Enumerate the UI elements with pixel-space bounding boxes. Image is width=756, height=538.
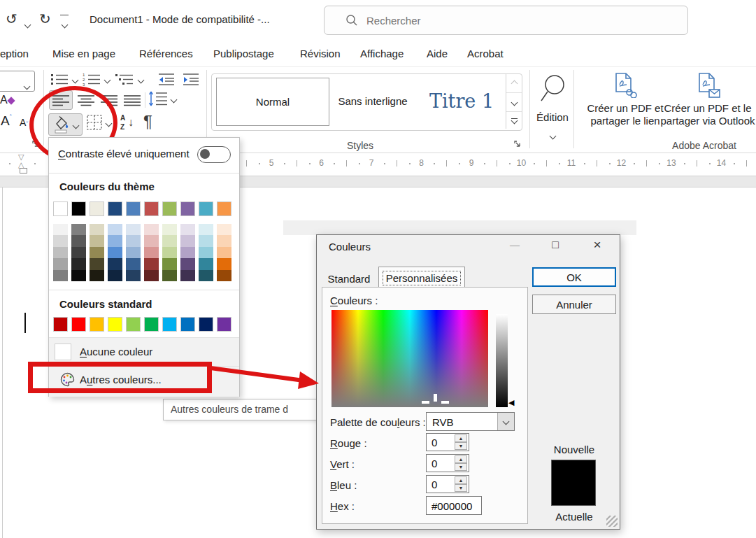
tint-swatch[interactable] xyxy=(217,270,231,281)
tint-swatch[interactable] xyxy=(180,235,195,246)
tint-swatch[interactable] xyxy=(71,235,86,246)
tint-swatch[interactable] xyxy=(199,224,213,235)
dialog-titlebar[interactable]: Couleurs — □ × xyxy=(317,235,620,256)
bleu-spin-up-button[interactable]: ▲ xyxy=(455,476,467,484)
left-indent-marker[interactable] xyxy=(20,168,27,174)
tint-swatch[interactable] xyxy=(144,258,159,269)
style-sans-interligne[interactable]: Sans interligne xyxy=(329,78,416,125)
line-spacing-button[interactable] xyxy=(148,90,176,107)
standard-color-swatch[interactable] xyxy=(126,317,141,332)
tint-swatch[interactable] xyxy=(144,235,159,246)
vert-spinbox[interactable]: 0 ▲ ▼ xyxy=(426,454,469,472)
theme-color-swatch[interactable] xyxy=(90,201,104,216)
tint-swatch[interactable] xyxy=(71,258,86,269)
styles-dialog-launcher[interactable] xyxy=(513,140,522,148)
tint-swatch[interactable] xyxy=(162,235,177,246)
tab-revision[interactable]: Révision xyxy=(300,48,341,59)
vert-spin-down-button[interactable]: ▼ xyxy=(455,463,467,471)
vert-spin-up-button[interactable]: ▲ xyxy=(455,455,467,463)
tint-swatch[interactable] xyxy=(53,258,68,269)
standard-color-swatch[interactable] xyxy=(199,317,213,332)
tint-swatch[interactable] xyxy=(53,224,68,235)
tint-swatch[interactable] xyxy=(199,270,213,281)
tint-swatch[interactable] xyxy=(162,224,177,235)
edition-button[interactable]: Édition xyxy=(533,73,572,148)
tint-swatch[interactable] xyxy=(53,270,68,281)
tint-swatch[interactable] xyxy=(90,258,104,269)
standard-color-swatch[interactable] xyxy=(162,317,177,332)
theme-color-swatch[interactable] xyxy=(144,201,159,216)
theme-color-swatch[interactable] xyxy=(162,201,177,216)
tint-swatch[interactable] xyxy=(108,258,122,269)
theme-color-swatch[interactable] xyxy=(217,201,231,216)
hanging-indent-marker[interactable]: △ xyxy=(18,161,24,168)
style-titre-1[interactable]: Titre 1 xyxy=(418,78,506,125)
tab-aide[interactable]: Aide xyxy=(427,48,448,59)
tint-swatch[interactable] xyxy=(71,224,86,235)
theme-color-swatch[interactable] xyxy=(53,201,68,216)
tab-references[interactable]: Références xyxy=(139,48,193,59)
tint-swatch[interactable] xyxy=(162,247,177,258)
standard-color-swatch[interactable] xyxy=(53,317,68,332)
standard-color-swatch[interactable] xyxy=(71,317,86,332)
standard-color-swatch[interactable] xyxy=(90,317,104,332)
justify-button[interactable] xyxy=(121,90,143,110)
tint-swatch[interactable] xyxy=(126,235,141,246)
quick-access-customize-icon[interactable] xyxy=(60,15,69,30)
decrease-indent-button[interactable] xyxy=(158,72,175,86)
tint-swatch[interactable] xyxy=(90,247,104,258)
tab-publipostage[interactable]: Publipostage xyxy=(213,48,274,59)
tint-swatch[interactable] xyxy=(53,235,68,246)
tint-swatch[interactable] xyxy=(162,258,177,269)
redo-icon[interactable]: ↻ xyxy=(39,10,51,27)
numbering-button[interactable]: 123 xyxy=(83,72,110,86)
tint-swatch[interactable] xyxy=(90,235,104,246)
tint-swatch[interactable] xyxy=(217,235,231,246)
grow-font-button[interactable]: Aˆ xyxy=(1,113,12,129)
tab-conception[interactable]: eption xyxy=(0,48,29,59)
tint-swatch[interactable] xyxy=(199,235,213,246)
style-normal[interactable]: Normal xyxy=(216,78,329,126)
tint-swatch[interactable] xyxy=(53,247,68,258)
tint-swatch[interactable] xyxy=(90,270,104,281)
tab-mise-en-page[interactable]: Mise en page xyxy=(52,48,115,59)
cancel-button[interactable]: Annuler xyxy=(532,295,616,314)
tint-swatch[interactable] xyxy=(126,224,141,235)
search-box[interactable] xyxy=(324,6,688,35)
tint-swatch[interactable] xyxy=(108,224,122,235)
tint-swatch[interactable] xyxy=(217,247,231,258)
shrink-font-button[interactable]: Aˇ xyxy=(20,117,28,128)
tint-swatch[interactable] xyxy=(180,270,195,281)
theme-color-swatch[interactable] xyxy=(180,201,195,216)
font-size-combobox[interactable] xyxy=(0,71,35,92)
resize-grip[interactable] xyxy=(606,516,618,527)
luminance-bar[interactable] xyxy=(496,314,508,407)
bleu-spinbox[interactable]: 0 ▲ ▼ xyxy=(426,475,469,493)
first-line-indent-marker[interactable]: ▽ xyxy=(18,153,24,160)
tint-swatch[interactable] xyxy=(180,247,195,258)
tint-swatch[interactable] xyxy=(90,224,104,235)
tint-swatch[interactable] xyxy=(199,258,213,269)
theme-color-swatch[interactable] xyxy=(126,201,141,216)
tint-swatch[interactable] xyxy=(180,224,195,235)
create-pdf-share-outlook-button[interactable]: Créer un PDF et le partager via Outlook xyxy=(656,73,756,143)
dialog-close-button[interactable]: × xyxy=(585,235,609,255)
tab-standard[interactable]: Standard xyxy=(323,270,375,288)
tint-swatch[interactable] xyxy=(126,270,141,281)
sort-button[interactable]: A Z ↓ xyxy=(120,114,141,135)
tint-swatch[interactable] xyxy=(108,270,122,281)
tab-affichage[interactable]: Affichage xyxy=(360,48,404,59)
theme-color-swatch[interactable] xyxy=(108,201,122,216)
ok-button[interactable]: OK xyxy=(532,267,616,287)
rouge-spin-up-button[interactable]: ▲ xyxy=(455,434,467,442)
standard-color-swatch[interactable] xyxy=(180,317,195,332)
hex-input[interactable]: #000000 xyxy=(426,496,482,515)
tint-swatch[interactable] xyxy=(144,270,159,281)
tint-swatch[interactable] xyxy=(108,247,122,258)
multilevel-list-button[interactable] xyxy=(115,72,143,86)
chevron-down-icon[interactable] xyxy=(497,413,514,430)
palette-select[interactable]: RVB xyxy=(426,412,515,431)
high-contrast-toggle[interactable] xyxy=(197,146,231,163)
bleu-spin-down-button[interactable]: ▼ xyxy=(455,484,467,492)
tint-swatch[interactable] xyxy=(108,235,122,246)
